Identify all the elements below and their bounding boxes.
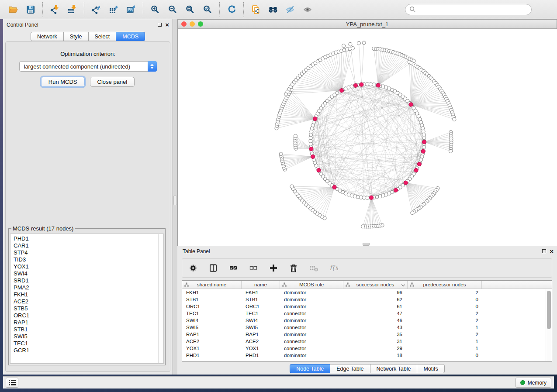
open-file-button[interactable] xyxy=(4,2,22,17)
mcds-result-item[interactable]: SWI5 xyxy=(14,333,163,340)
mcds-result-item[interactable]: ACE2 xyxy=(14,298,163,305)
mcds-result-item[interactable]: CAR1 xyxy=(14,242,163,249)
table-row[interactable]: FKH1FKH1dominator962 xyxy=(182,289,552,296)
close-table-panel-icon[interactable]: × xyxy=(550,249,554,253)
tab-style[interactable]: Style xyxy=(63,32,89,41)
result-scrollbar[interactable] xyxy=(158,234,163,363)
cell-successor-nodes: 62 xyxy=(343,296,408,303)
optimization-criterion-dropdown[interactable]: largest connected component (undirected) xyxy=(19,61,157,72)
run-mcds-button[interactable]: Run MCDS xyxy=(41,77,85,87)
close-panel-button[interactable]: Close panel xyxy=(90,77,135,87)
float-panel-icon[interactable] xyxy=(158,23,162,27)
table-scrollbar-thumb[interactable] xyxy=(547,291,551,329)
cell-shared-name: FKH1 xyxy=(182,289,242,296)
mcds-result-item[interactable]: RAP1 xyxy=(14,319,163,326)
show-all-button[interactable] xyxy=(299,2,317,17)
column-header-successor-nodes[interactable]: successor nodes xyxy=(343,281,408,289)
close-panel-icon[interactable]: × xyxy=(165,23,169,27)
search-network-icon xyxy=(268,5,278,14)
cell-predecessor-nodes: 0 xyxy=(408,296,482,303)
settings-button[interactable] xyxy=(187,262,199,274)
column-header-MCDS-role[interactable]: MCDS role xyxy=(280,281,343,289)
table-toolbar: f(x) xyxy=(182,258,552,278)
control-panel-header: Control Panel × xyxy=(3,19,173,30)
table-row[interactable]: PHD1PHD1dominator180 xyxy=(182,352,552,359)
mcds-result-item[interactable]: STB5 xyxy=(14,305,163,312)
cell-predecessor-nodes: 0 xyxy=(408,352,482,359)
task-history-button[interactable] xyxy=(6,378,18,388)
tab-node-table[interactable]: Node Table xyxy=(290,364,330,373)
export-image-button[interactable] xyxy=(122,2,140,17)
zoom-selected-button[interactable] xyxy=(199,2,216,17)
mcds-result-item[interactable]: YOX1 xyxy=(14,263,163,270)
zoom-in-button[interactable] xyxy=(146,2,164,17)
column-header-shared-name[interactable]: shared name xyxy=(182,281,242,289)
mcds-result-item[interactable]: STP4 xyxy=(14,249,163,256)
search-network-button[interactable] xyxy=(264,2,282,17)
mcds-result-item[interactable]: TID3 xyxy=(14,256,163,263)
tab-mcds[interactable]: MCDS xyxy=(116,32,145,41)
table-scrollbar[interactable] xyxy=(546,289,551,361)
search-field[interactable] xyxy=(405,4,532,15)
mcds-result-item[interactable]: TEC1 xyxy=(14,340,163,347)
zoom-in-icon xyxy=(150,5,160,14)
tab-select[interactable]: Select xyxy=(88,32,117,41)
network-window-titlebar[interactable]: YPA_prune.txt_1 xyxy=(178,20,557,29)
mcds-result-item[interactable]: SWI4 xyxy=(14,270,163,277)
show-columns-button[interactable] xyxy=(208,262,219,274)
tab-network[interactable]: Network xyxy=(31,32,64,41)
refresh-button[interactable] xyxy=(223,2,240,17)
hide-selected-button[interactable] xyxy=(282,2,299,17)
vertical-splitter[interactable] xyxy=(173,19,177,375)
cell-predecessor-nodes: 1 xyxy=(408,345,482,352)
network-canvas[interactable] xyxy=(178,29,557,246)
memory-button[interactable]: Memory xyxy=(515,378,551,388)
table-row[interactable]: YOX1YOX1connector291 xyxy=(182,345,552,352)
unselect-all-columns-button[interactable] xyxy=(248,262,259,274)
export-image-icon xyxy=(126,5,136,14)
add-column-button[interactable] xyxy=(268,262,279,274)
control-panel: Control Panel × NetworkStyleSelectMCDS O… xyxy=(3,19,173,375)
select-all-columns-button[interactable] xyxy=(228,262,239,274)
toolbar-separator xyxy=(219,2,220,17)
main-toolbar xyxy=(0,0,557,19)
cell-successor-nodes: 31 xyxy=(343,338,408,345)
table-row[interactable]: SWI5SWI5connector431 xyxy=(182,324,552,331)
mcds-result-item[interactable]: STB1 xyxy=(14,326,163,333)
mcds-result-item[interactable]: PMA2 xyxy=(14,284,163,291)
mcds-result-item[interactable]: GCR1 xyxy=(14,347,163,354)
mcds-result-item[interactable]: FKH1 xyxy=(14,291,163,298)
table-row[interactable]: ACE2ACE2connector311 xyxy=(182,338,552,345)
zoom-fit-button[interactable] xyxy=(181,2,199,17)
splitter-handle[interactable] xyxy=(173,196,177,205)
search-input[interactable] xyxy=(416,5,531,14)
table-row[interactable]: ORC1ORC1dominator610 xyxy=(182,303,552,310)
cell-successor-nodes: 18 xyxy=(343,352,408,359)
zoom-out-button[interactable] xyxy=(164,2,181,17)
clone-network-button[interactable] xyxy=(247,2,264,17)
save-session-button[interactable] xyxy=(22,2,39,17)
mcds-result-item[interactable]: SRD1 xyxy=(14,277,163,284)
mcds-result-item[interactable]: ORC1 xyxy=(14,312,163,319)
clone-network-icon xyxy=(251,5,260,14)
mcds-result-item[interactable]: PHD1 xyxy=(14,235,163,242)
tab-network-table[interactable]: Network Table xyxy=(370,364,418,373)
import-network-button[interactable] xyxy=(46,2,63,17)
export-network-button[interactable] xyxy=(87,2,105,17)
column-header-name[interactable]: name xyxy=(242,281,280,289)
tab-edge-table[interactable]: Edge Table xyxy=(330,364,370,373)
import-table-button[interactable] xyxy=(63,2,81,17)
table-row[interactable]: STB1STB1dominator620 xyxy=(182,296,552,303)
column-header-predecessor-nodes[interactable]: predecessor nodes xyxy=(408,281,482,289)
table-row[interactable]: RAP1RAP1dominator352 xyxy=(182,331,552,338)
table-row[interactable]: SWI4SWI4dominator462 xyxy=(182,317,552,324)
export-table-button[interactable] xyxy=(105,2,122,17)
cell-shared-name: ORC1 xyxy=(182,303,242,310)
delete-column-button[interactable] xyxy=(288,262,299,274)
table-row[interactable]: TEC1TEC1connector472 xyxy=(182,310,552,317)
horizontal-splitter-handle[interactable] xyxy=(363,243,370,246)
tab-motifs[interactable]: Motifs xyxy=(417,364,444,373)
cell-name: ACE2 xyxy=(242,338,280,345)
float-table-panel-icon[interactable] xyxy=(542,249,546,253)
mcds-result-title: MCDS result (17 nodes) xyxy=(11,225,75,232)
